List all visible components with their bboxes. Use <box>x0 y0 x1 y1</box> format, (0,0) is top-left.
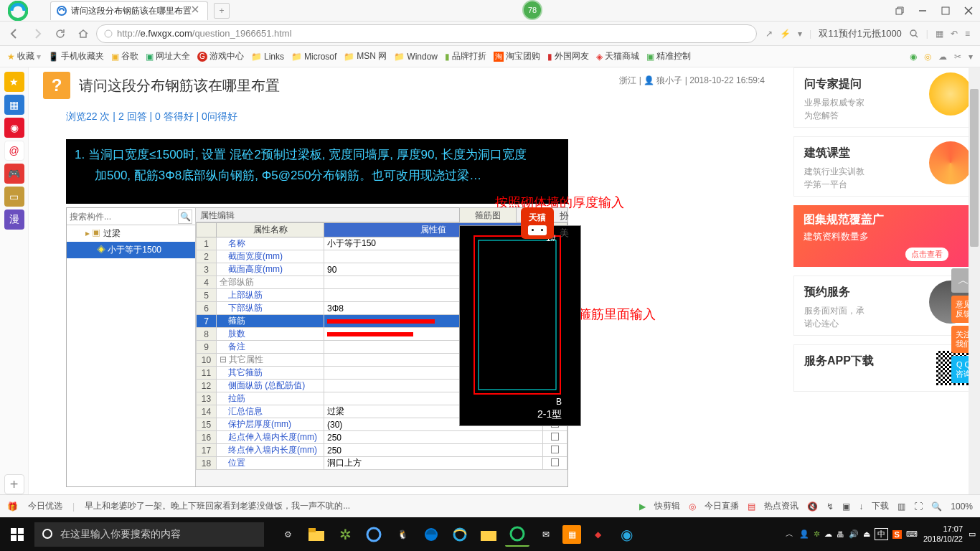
ad-banner[interactable]: 图集规范覆盖广 建筑资料数量多 点击查看 <box>793 205 977 267</box>
live-icon[interactable]: ◎ <box>689 501 696 512</box>
coin-icon[interactable]: ◎ <box>924 52 931 62</box>
undo-icon[interactable]: ↶ <box>951 29 958 39</box>
share-icon[interactable]: ↗ <box>765 29 773 39</box>
status-today[interactable]: 今日优选 <box>28 500 62 512</box>
promo-text[interactable]: 双11预付1元抵1000 <box>819 27 902 40</box>
window-restore-alt-icon[interactable] <box>888 0 911 22</box>
browser-tab[interactable]: 请问这段分布钢筋该在哪里布置 <box>50 1 208 20</box>
side-fav-icon[interactable]: ★ <box>4 72 24 92</box>
tb-qq-icon[interactable]: 🐧 <box>390 522 415 547</box>
net-icon[interactable]: ↯ <box>826 501 834 512</box>
tb-ie-icon[interactable] <box>448 522 472 547</box>
bookmark-item[interactable]: ▣精准控制 <box>646 50 691 62</box>
tray-people-icon[interactable]: 👤 <box>799 529 809 539</box>
bookmark-item[interactable]: ▣网址大全 <box>146 50 190 62</box>
bookmark-item[interactable]: 📁MSN 网 <box>344 50 387 62</box>
quickedit-icon[interactable]: ▶ <box>639 501 646 512</box>
side-news-icon[interactable]: ▦ <box>4 95 24 115</box>
tray-360-icon[interactable]: ✲ <box>814 529 820 539</box>
bookmark-item[interactable]: G游戏中心 <box>197 50 244 62</box>
search-icon[interactable] <box>909 29 919 39</box>
bookmark-item[interactable]: ◈天猫商城 <box>596 50 639 62</box>
tb-edge-legacy-icon[interactable] <box>362 522 386 547</box>
tb-settings-icon[interactable]: ⚙ <box>275 522 300 547</box>
hotnews-icon[interactable]: ▤ <box>748 501 755 512</box>
scrollbar-thumb[interactable] <box>970 89 979 247</box>
window-minimize-icon[interactable] <box>911 0 934 22</box>
tb-edge-icon[interactable] <box>419 522 443 547</box>
bookmark-fav[interactable]: ★收藏▾ <box>7 50 41 62</box>
more-icon[interactable]: ▾ <box>969 52 973 62</box>
side-game-icon[interactable]: 🎮 <box>4 164 24 184</box>
side-at-icon[interactable]: @ <box>4 141 24 161</box>
cut-icon[interactable]: ✂ <box>954 52 961 62</box>
tray-volume-icon[interactable]: 🔊 <box>849 529 859 539</box>
window-close-icon[interactable] <box>957 0 980 22</box>
tree-search-input[interactable] <box>70 212 178 222</box>
bookmark-item[interactable]: 淘淘宝团购 <box>494 50 540 62</box>
property-row[interactable]: 17终点伸入墙内长度(mm)250 <box>197 444 567 457</box>
bookmark-item[interactable]: 📁Links <box>251 52 284 62</box>
menu-icon[interactable]: ≡ <box>965 29 970 39</box>
taskbar-search[interactable]: 在这里输入你要搜索的内容 <box>34 522 264 547</box>
card-app-download[interactable]: 服务APP下载 <box>793 344 977 392</box>
shield2-icon[interactable]: ▣ <box>842 501 850 512</box>
side-add-icon[interactable]: + <box>4 474 24 494</box>
tb-360-icon[interactable]: ✲ <box>333 522 357 547</box>
tray-keyboard-icon[interactable]: ⌨ <box>906 529 918 539</box>
card-reserve[interactable]: 预约服务 服务面对面，承诺心连心 <box>793 276 977 336</box>
tray-cloud-icon[interactable]: ☁ <box>824 529 832 539</box>
page-scrollbar[interactable] <box>969 67 980 494</box>
card-ask-expert[interactable]: 问专家提问 业界最权威专家为您解答 <box>793 67 977 128</box>
bookmark-item[interactable]: ▮外国网友 <box>547 50 589 62</box>
property-row[interactable]: 16起点伸入墙内长度(mm)250 <box>197 431 567 444</box>
zoom-icon[interactable]: 🔍 <box>931 501 942 512</box>
property-row[interactable]: 18位置洞口上方 <box>197 457 567 470</box>
new-tab-button[interactable]: + <box>214 3 230 19</box>
mute-icon[interactable]: 🔇 <box>807 501 818 512</box>
bookmark-item[interactable]: 📱手机收藏夹 <box>48 50 104 62</box>
tmall-ad-icon[interactable]: 天猫 <box>521 207 554 239</box>
shield-icon[interactable]: ◉ <box>910 52 917 62</box>
tray-up-icon[interactable]: ︿ <box>786 529 793 540</box>
tree-search-button[interactable]: 🔍 <box>178 209 192 224</box>
status-gift-icon[interactable]: 🎁 <box>7 501 18 512</box>
dropdown-icon[interactable]: ▾ <box>798 29 802 39</box>
card-classroom[interactable]: 建筑课堂 建筑行业实训教学第一平台 <box>793 136 977 197</box>
side-weibo-icon[interactable]: ◉ <box>4 118 24 138</box>
tb-explorer-icon[interactable] <box>304 522 329 547</box>
tb-app1-icon[interactable]: ▦ <box>562 525 581 544</box>
nav-reload-icon[interactable] <box>50 24 70 44</box>
bookmark-item[interactable]: ▣谷歌 <box>111 50 138 62</box>
nav-back-icon[interactable] <box>4 24 24 44</box>
fullscreen-icon[interactable]: ⛶ <box>914 501 923 512</box>
nav-home-icon[interactable] <box>73 24 93 44</box>
tray-sogou-icon[interactable]: S <box>892 530 902 539</box>
tree-node-beam[interactable]: ▸ ▣ 过梁 <box>67 225 195 242</box>
flash-icon[interactable]: ⚡ <box>780 29 791 39</box>
bookmark-item[interactable]: 📁Microsof <box>291 52 336 62</box>
url-input[interactable]: http://e.fwxgx.com/question_1966651.html <box>96 24 757 43</box>
status-news[interactable]: 早上和老婆吵了一架。晚上下班回家看到老婆没做饭，我一声不吭的... <box>85 500 350 512</box>
side-manga-icon[interactable]: 漫 <box>4 209 24 230</box>
tb-mail-icon[interactable]: ✉ <box>534 522 558 547</box>
extensions-icon[interactable]: ▦ <box>936 29 943 39</box>
tray-ime-lang[interactable]: 中 <box>875 528 888 540</box>
perf-icon[interactable]: ▥ <box>897 501 905 512</box>
download-icon[interactable]: ↓ <box>859 501 863 512</box>
tray-notifications-icon[interactable]: ▭ <box>969 529 976 539</box>
bookmark-item[interactable]: ▮品牌打折 <box>445 50 486 62</box>
ad-cta-button[interactable]: 点击查看 <box>905 248 948 261</box>
start-button[interactable] <box>0 517 34 551</box>
side-book-icon[interactable]: ▭ <box>4 187 24 207</box>
tb-explorer2-icon[interactable] <box>476 522 501 547</box>
top-badge[interactable]: 78 <box>522 0 542 20</box>
tray-printer-icon[interactable]: 🖶 <box>837 530 844 539</box>
tb-360browser-icon[interactable] <box>505 522 529 547</box>
browser-logo[interactable] <box>0 0 36 22</box>
window-maximize-icon[interactable] <box>934 0 957 22</box>
nav-forward-icon[interactable] <box>27 24 47 44</box>
tray-clock[interactable]: 17:07 2018/10/22 <box>923 524 963 543</box>
tab-close-icon[interactable] <box>192 6 202 16</box>
tb-app3-icon[interactable]: ◉ <box>614 522 639 547</box>
